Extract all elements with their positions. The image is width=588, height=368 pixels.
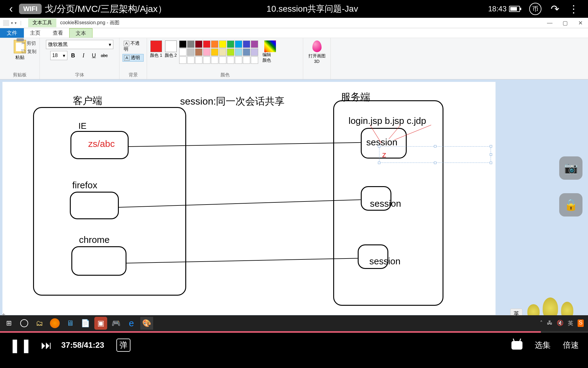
- ie-icon[interactable]: e: [125, 317, 138, 330]
- color1-button[interactable]: 颜色 1: [150, 40, 162, 58]
- palette-color[interactable]: [251, 48, 258, 56]
- speed-button[interactable]: 倍速: [563, 340, 579, 351]
- session-text-1: session: [366, 137, 398, 148]
- resize-handle[interactable]: [490, 162, 492, 164]
- tray-network-icon[interactable]: 🖧: [547, 320, 552, 327]
- palette-color[interactable]: [219, 56, 226, 64]
- palette-color[interactable]: [179, 48, 187, 56]
- opaque-option[interactable]: A不透明: [123, 40, 144, 53]
- tab-text[interactable]: 文本: [69, 28, 92, 38]
- palette-color[interactable]: [179, 40, 187, 48]
- palette-color[interactable]: [187, 40, 194, 48]
- tray-lang[interactable]: 英: [568, 320, 573, 327]
- tab-view[interactable]: 查看: [47, 28, 69, 38]
- palette-color[interactable]: [203, 48, 210, 56]
- palette-color[interactable]: [187, 56, 194, 64]
- select-episode-button[interactable]: 选集: [535, 340, 551, 351]
- font-size-select[interactable]: 18▾: [50, 51, 67, 60]
- tab-home[interactable]: 主页: [24, 28, 47, 38]
- lock-button[interactable]: 🔒: [559, 193, 582, 217]
- resize-handle[interactable]: [378, 162, 380, 164]
- palette-color[interactable]: [235, 40, 242, 48]
- palette-color[interactable]: [243, 56, 250, 64]
- palette-color[interactable]: [203, 40, 210, 48]
- palette-color[interactable]: [219, 48, 226, 56]
- bilibili-icon[interactable]: [511, 341, 522, 350]
- canvas[interactable]: 客户端 session:同一次会话共享 服务端 login.jsp b.jsp …: [2, 82, 496, 315]
- italic-button[interactable]: I: [79, 51, 88, 60]
- palette-color[interactable]: [227, 48, 234, 56]
- palette-color[interactable]: [219, 40, 226, 48]
- bold-button[interactable]: B: [69, 51, 78, 60]
- color2-button[interactable]: 颜色 2: [165, 40, 177, 58]
- tray-up-icon[interactable]: ˄: [540, 320, 543, 327]
- palette-color[interactable]: [251, 40, 258, 48]
- cortana-button[interactable]: [18, 317, 31, 330]
- cut-button[interactable]: ✂剪切: [21, 40, 36, 46]
- font-family-select[interactable]: 微软雅黑▾: [46, 40, 113, 49]
- system-tray: ˄ 🖧 🔇 英 S: [540, 320, 588, 327]
- palette-color[interactable]: [235, 48, 242, 56]
- palette-color[interactable]: [187, 48, 194, 56]
- back-icon[interactable]: ‹: [9, 2, 13, 15]
- palette-color[interactable]: [227, 56, 234, 64]
- palette-color[interactable]: [203, 56, 210, 64]
- progress-bar[interactable]: [0, 331, 588, 333]
- file-explorer-icon[interactable]: 🗂: [33, 317, 46, 330]
- palette-color[interactable]: [251, 56, 258, 64]
- paint-icon[interactable]: 🎨: [140, 317, 153, 330]
- maximize-button[interactable]: ▢: [557, 18, 573, 28]
- qat-dropdown-icon-2[interactable]: ▾: [15, 21, 17, 25]
- app-icon[interactable]: 🎮: [110, 317, 123, 330]
- minimize-button[interactable]: —: [542, 18, 557, 28]
- start-button[interactable]: ⊞: [2, 317, 15, 330]
- recorder-icon[interactable]: ▣: [94, 317, 107, 330]
- resize-handle[interactable]: [490, 153, 492, 156]
- resize-handle[interactable]: [434, 145, 436, 148]
- clipboard-group: 粘贴 ✂剪切 ⿻复制 剪贴板: [0, 38, 40, 79]
- palette-color[interactable]: [195, 48, 202, 56]
- palette-color[interactable]: [195, 56, 202, 64]
- palette-color[interactable]: [211, 56, 218, 64]
- firefox-icon[interactable]: [48, 317, 61, 330]
- palette-color[interactable]: [211, 40, 218, 48]
- resize-handle[interactable]: [434, 162, 436, 164]
- copy-button[interactable]: ⿻复制: [21, 49, 36, 55]
- app-icon: [3, 20, 9, 26]
- close-button[interactable]: ✕: [573, 18, 588, 28]
- palette-color[interactable]: [243, 40, 250, 48]
- tray-volume-icon[interactable]: 🔇: [557, 320, 564, 327]
- palette-color[interactable]: [243, 48, 250, 56]
- screenshot-button[interactable]: 📷: [559, 156, 582, 180]
- palette-color[interactable]: [179, 56, 187, 64]
- strikethrough-button[interactable]: abc: [100, 51, 109, 60]
- canvas-area[interactable]: 客户端 session:同一次会话共享 服务端 login.jsp b.jsp …: [0, 79, 588, 320]
- next-button[interactable]: ⏭: [41, 339, 52, 352]
- qat-dropdown-icon[interactable]: ▾: [11, 21, 13, 25]
- palette-color[interactable]: [211, 48, 218, 56]
- edit-color-button[interactable]: 编辑颜色: [261, 40, 276, 63]
- underline-button[interactable]: U: [89, 51, 99, 60]
- tab-file[interactable]: 文件: [0, 28, 24, 38]
- share-icon[interactable]: ↷: [551, 3, 559, 15]
- firefox-box: [70, 192, 119, 219]
- paint3d-button[interactable]: 打开画图 3D: [306, 40, 328, 64]
- transparent-option[interactable]: A透明: [123, 54, 144, 62]
- text-selection-box[interactable]: [379, 146, 491, 163]
- palette-color[interactable]: [195, 40, 202, 48]
- more-icon[interactable]: ⋮: [568, 3, 579, 15]
- monitor-icon[interactable]: 🖥: [64, 317, 77, 330]
- editing-text[interactable]: z: [382, 150, 386, 159]
- coin-button[interactable]: 币: [529, 3, 541, 15]
- palette-color[interactable]: [235, 56, 242, 64]
- separator: |: [20, 20, 21, 26]
- resize-handle[interactable]: [378, 145, 380, 148]
- text-tools-tab[interactable]: 文本工具: [28, 18, 56, 27]
- pause-button[interactable]: ❚❚: [9, 337, 32, 353]
- notepad-icon[interactable]: 📄: [79, 317, 92, 330]
- tray-sogou-icon[interactable]: S: [578, 320, 584, 327]
- resize-handle[interactable]: [490, 145, 492, 148]
- palette-color[interactable]: [227, 40, 234, 48]
- danmaku-button[interactable]: 弹: [116, 339, 130, 352]
- ribbon-tabs: 文件 主页 查看 文本: [0, 28, 588, 38]
